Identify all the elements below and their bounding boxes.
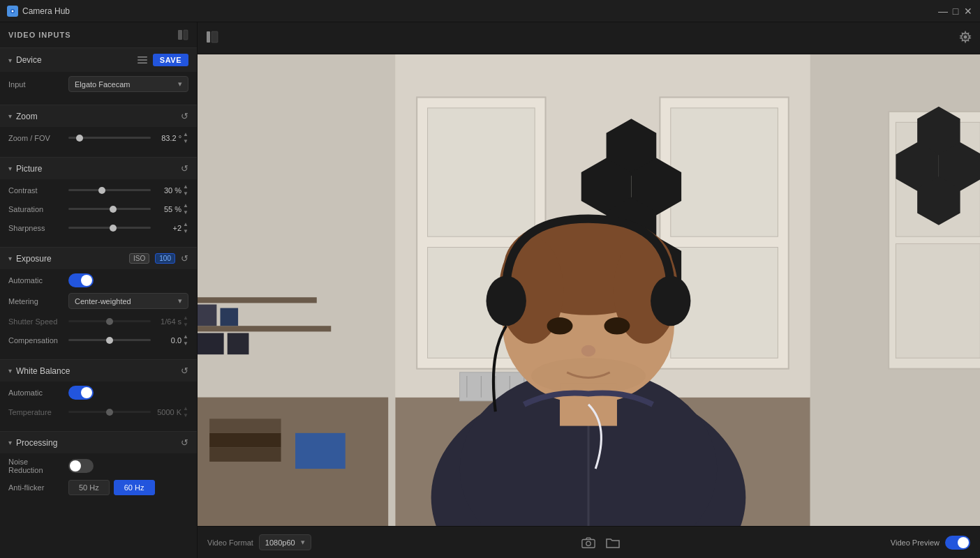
compensation-slider[interactable] (68, 339, 151, 341)
flicker-60-button[interactable]: 60 Hz (114, 480, 155, 495)
format-label: Video Format (207, 538, 253, 547)
svg-point-2 (12, 10, 14, 12)
compensation-up-button[interactable]: ▲ (183, 333, 188, 340)
temp-down-button: ▼ (183, 412, 188, 418)
noise-reduction-toggle[interactable] (68, 459, 94, 473)
video-preview-knob (958, 537, 969, 548)
contrast-down-button[interactable]: ▼ (183, 190, 188, 197)
svg-rect-22 (671, 108, 778, 236)
picture-chevron: ▾ (8, 165, 12, 172)
processing-section-header[interactable]: ▾ Processing ↺ (0, 432, 197, 453)
panel-collapse-button[interactable] (206, 31, 218, 46)
panel-header: VIDEO INPUTS (0, 22, 197, 47)
device-section: ▾ Device SAVE Input (0, 47, 197, 105)
metering-select[interactable]: Center-weighted (75, 297, 178, 306)
minimize-button[interactable]: — (938, 6, 948, 16)
sharpness-up-button[interactable]: ▲ (183, 221, 188, 227)
temperature-spin: ▲ ▼ (183, 405, 188, 418)
device-section-header[interactable]: ▾ Device SAVE (0, 48, 197, 72)
shutter-up-button: ▲ (183, 315, 188, 321)
temperature-row: Temperature 5000 K ▲ ▼ (8, 405, 188, 418)
bottom-right: Video Preview (891, 536, 970, 550)
saturation-value: 55 % (155, 205, 181, 213)
svg-point-10 (964, 35, 967, 38)
metering-select-box[interactable]: Center-weighted ▾ (68, 293, 188, 309)
settings-button[interactable] (959, 31, 972, 46)
input-select[interactable]: Elgato Facecam (75, 80, 178, 89)
compensation-value-box: 0.0 ▲ ▼ (155, 333, 188, 347)
svg-rect-6 (138, 59, 147, 61)
picture-section: ▾ Picture ↺ Contrast 30 % ▲ ▼ (0, 157, 197, 247)
device-header-right: SAVE (138, 54, 188, 66)
close-button[interactable]: ✕ (963, 6, 973, 16)
format-select[interactable]: 1080p60 1080p30 720p60 (265, 538, 295, 547)
metering-chevron-icon: ▾ (178, 296, 182, 306)
contrast-slider[interactable] (68, 189, 151, 191)
svg-point-60 (604, 317, 630, 335)
contrast-value: 30 % (155, 186, 181, 195)
zoom-up-button[interactable]: ▲ (183, 131, 188, 137)
wb-section-header[interactable]: ▾ White Balance ↺ (0, 360, 197, 382)
zoom-section: ▾ Zoom ↺ Zoom / FOV 83.2 ° ▲ ▼ (0, 105, 197, 157)
contrast-row: Contrast 30 % ▲ ▼ (8, 183, 188, 197)
processing-reset-button[interactable]: ↺ (181, 437, 188, 448)
svg-rect-67 (209, 433, 281, 447)
bottom-bar: Video Format 1080p60 1080p30 720p60 ▾ (198, 526, 980, 558)
antiflicker-row: Anti-flicker 50 Hz 60 Hz (8, 480, 188, 495)
format-select-box[interactable]: 1080p60 1080p30 720p60 ▾ (259, 534, 311, 550)
left-panel: VIDEO INPUTS ▾ Device (0, 22, 198, 558)
contrast-spin: ▲ ▼ (183, 183, 188, 197)
wb-chevron: ▾ (8, 367, 12, 375)
titlebar-left: Camera Hub (7, 6, 70, 17)
saturation-slider[interactable] (68, 208, 151, 210)
exposure-auto-toggle[interactable] (68, 273, 94, 287)
wb-section-label: White Balance (16, 366, 70, 376)
picture-section-header[interactable]: ▾ Picture ↺ (0, 158, 197, 179)
exposure-reset-button[interactable]: ↺ (181, 253, 188, 264)
shutter-label: Shutter Speed (8, 317, 64, 326)
compensation-down-button[interactable]: ▼ (183, 340, 188, 347)
wb-auto-toggle[interactable] (68, 386, 94, 400)
folder-button[interactable] (605, 536, 621, 549)
sharpness-value-box: +2 ▲ ▼ (155, 221, 188, 234)
video-preview-toggle[interactable] (945, 536, 970, 550)
input-select-box[interactable]: Elgato Facecam ▾ (68, 76, 188, 92)
zoom-value-box: 83.2 ° ▲ ▼ (155, 131, 188, 144)
saturation-up-button[interactable]: ▲ (183, 202, 188, 209)
saturation-down-button[interactable]: ▼ (183, 209, 188, 216)
wb-reset-button[interactable]: ↺ (181, 365, 188, 376)
sharpness-slider[interactable] (68, 227, 151, 229)
svg-rect-45 (198, 326, 331, 331)
zoom-down-button[interactable]: ▼ (183, 138, 188, 144)
contrast-up-button[interactable]: ▲ (183, 183, 188, 190)
sharpness-down-button[interactable]: ▼ (183, 228, 188, 234)
titlebar-controls: — □ ✕ (938, 6, 973, 16)
sharpness-value: +2 (155, 224, 181, 232)
svg-rect-68 (209, 418, 281, 432)
flicker-50-button[interactable]: 50 Hz (68, 480, 110, 495)
white-balance-section: ▾ White Balance ↺ Automatic Temperature … (0, 359, 197, 431)
svg-rect-48 (221, 308, 239, 326)
exposure-auto-label: Automatic (8, 276, 64, 285)
video-preview-scene (198, 54, 980, 526)
zoom-slider[interactable] (68, 137, 151, 139)
exposure-section-header[interactable]: ▾ Exposure ISO 100 ↺ (0, 248, 197, 269)
device-menu-button[interactable] (138, 55, 147, 65)
screenshot-button[interactable] (581, 536, 595, 550)
maximize-button[interactable]: □ (951, 6, 960, 16)
picture-section-label: Picture (16, 164, 42, 174)
processing-chevron: ▾ (8, 439, 12, 446)
compensation-label: Compensation (8, 336, 64, 345)
svg-rect-69 (295, 433, 346, 469)
processing-section-content: Noise Reduction Anti-flicker 50 Hz 60 Hz (0, 453, 197, 506)
picture-reset-button[interactable]: ↺ (181, 163, 188, 174)
exposure-auto-knob (81, 275, 92, 286)
save-button[interactable]: SAVE (153, 54, 188, 66)
zoom-section-header[interactable]: ▾ Zoom ↺ (0, 105, 197, 127)
zoom-reset-button[interactable]: ↺ (181, 111, 188, 121)
noise-reduction-label: Noise Reduction (8, 458, 64, 474)
svg-point-71 (586, 541, 591, 545)
sidebar-toggle-button[interactable] (177, 29, 188, 40)
processing-section: ▾ Processing ↺ Noise Reduction Anti-flic… (0, 431, 197, 506)
saturation-spin: ▲ ▼ (183, 202, 188, 216)
